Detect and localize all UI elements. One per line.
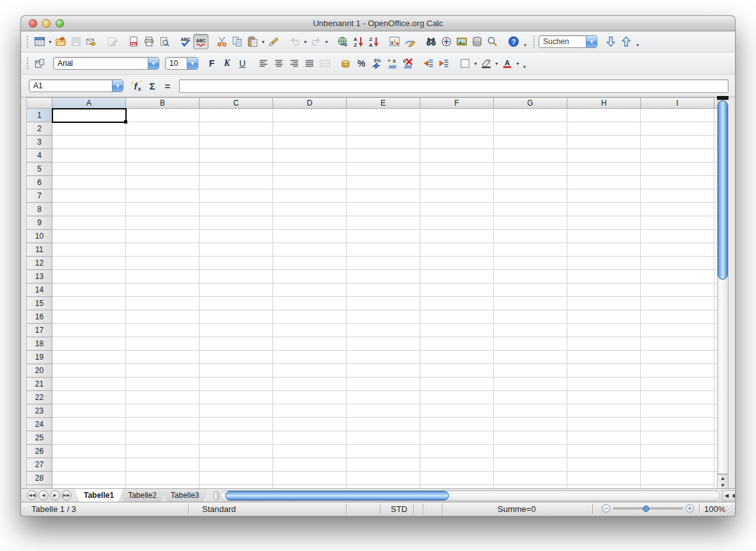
column-header-F[interactable]: F [420, 97, 494, 109]
cell-H25[interactable] [567, 431, 641, 445]
cell-E20[interactable] [347, 364, 420, 378]
row-header-28[interactable]: 28 [26, 472, 52, 485]
column-header-B[interactable]: B [126, 97, 200, 109]
cell-D16[interactable] [273, 310, 347, 324]
cell-D27[interactable] [273, 458, 347, 472]
cell-F21[interactable] [420, 378, 494, 391]
cell-E6[interactable] [347, 176, 420, 189]
cell-H18[interactable] [567, 337, 641, 351]
cell-H4[interactable] [567, 149, 641, 163]
zoom-in-button[interactable]: + [686, 504, 694, 513]
cell-I9[interactable] [641, 216, 714, 230]
row-header-25[interactable]: 25 [26, 431, 52, 445]
open-button[interactable] [53, 34, 68, 49]
format-paintbrush-button[interactable] [266, 34, 281, 49]
cell-I16[interactable] [641, 310, 714, 324]
cell-C18[interactable] [200, 337, 273, 351]
sheet-tab-tabelle3[interactable]: Tabelle3 [162, 489, 209, 502]
cell-H17[interactable] [567, 324, 641, 337]
cell-D22[interactable] [273, 391, 347, 404]
cell-C22[interactable] [200, 391, 273, 404]
cell-A9[interactable] [52, 216, 126, 230]
cell-I26[interactable] [641, 445, 714, 458]
cell-I13[interactable] [641, 270, 714, 283]
formatting-toolbar-overflow-button[interactable]: ▾ [521, 56, 528, 71]
cell-B28[interactable] [126, 472, 200, 485]
paste-dropdown[interactable]: ▼ [260, 40, 266, 44]
cell-E12[interactable] [347, 257, 420, 270]
cell-H27[interactable] [567, 458, 641, 472]
font-name-combobox[interactable]: Arial ▼ [53, 57, 159, 70]
cell-H8[interactable] [567, 203, 641, 216]
cell-A20[interactable] [52, 364, 126, 378]
cell-F8[interactable] [420, 203, 494, 216]
cell-A10[interactable] [52, 230, 126, 243]
email-button[interactable] [84, 34, 99, 49]
cell-H22[interactable] [567, 391, 641, 404]
cell-B17[interactable] [126, 324, 200, 337]
navigator-button[interactable] [439, 34, 454, 49]
cell-B4[interactable] [126, 149, 200, 163]
last-sheet-button[interactable]: ▶▶ [61, 490, 72, 500]
cell-D6[interactable] [273, 176, 347, 189]
cell-C24[interactable] [200, 418, 273, 431]
cell-I6[interactable] [641, 176, 714, 189]
cell-G2[interactable] [494, 122, 567, 136]
cell-B12[interactable] [126, 257, 200, 270]
cell-C28[interactable] [200, 472, 273, 485]
cell-C10[interactable] [200, 230, 273, 243]
row-header-19[interactable]: 19 [26, 351, 52, 364]
column-header-I[interactable]: I [641, 97, 714, 109]
cell-D5[interactable] [273, 163, 347, 176]
background-color-button[interactable] [478, 56, 494, 71]
cell-H6[interactable] [567, 176, 641, 189]
cell-E24[interactable] [347, 418, 420, 431]
cell-I2[interactable] [641, 122, 714, 136]
vertical-scrollbar-thumb[interactable] [718, 100, 728, 280]
new-document-dropdown[interactable]: ▼ [47, 40, 53, 44]
cell-D1[interactable] [273, 109, 347, 122]
row-header-12[interactable]: 12 [26, 257, 52, 270]
cell-I12[interactable] [641, 257, 714, 270]
cell-E11[interactable] [347, 243, 420, 257]
cell-I17[interactable] [641, 324, 714, 337]
cell-F9[interactable] [420, 216, 494, 230]
cell-F17[interactable] [420, 324, 494, 337]
sum-button[interactable]: Σ [145, 78, 160, 93]
increase-indent-button[interactable] [436, 56, 452, 71]
cell-C5[interactable] [200, 163, 273, 176]
cell-G15[interactable] [494, 297, 567, 310]
column-header-E[interactable]: E [347, 97, 420, 109]
tab-scrollbar-splitter[interactable] [214, 491, 219, 500]
cell-F26[interactable] [420, 445, 494, 458]
cell-E18[interactable] [347, 337, 420, 351]
cell-A4[interactable] [52, 149, 126, 163]
row-header-16[interactable]: 16 [26, 310, 52, 324]
cell-F14[interactable] [420, 283, 494, 297]
row-header-20[interactable]: 20 [26, 364, 52, 378]
cell-B16[interactable] [126, 310, 200, 324]
horizontal-scrollbar-thumb[interactable] [225, 491, 449, 500]
cell-G14[interactable] [494, 283, 567, 297]
cell-G6[interactable] [494, 176, 567, 189]
percent-format-button[interactable]: % [354, 56, 369, 71]
cell-G17[interactable] [494, 324, 567, 337]
cell-A27[interactable] [52, 458, 126, 472]
cell-D9[interactable] [273, 216, 347, 230]
cell-I24[interactable] [641, 418, 714, 431]
row-header-26[interactable]: 26 [26, 445, 52, 458]
edit-file-button[interactable] [105, 34, 120, 49]
draw-functions-button[interactable] [402, 34, 418, 49]
cell-G20[interactable] [494, 364, 567, 378]
cell-B21[interactable] [126, 378, 200, 391]
cell-H16[interactable] [567, 310, 641, 324]
column-header-C[interactable]: C [200, 97, 273, 109]
cell-H23[interactable] [567, 404, 641, 418]
merge-cells-button[interactable] [317, 56, 333, 71]
data-sources-button[interactable] [469, 34, 485, 49]
column-header-H[interactable]: H [567, 97, 641, 109]
cell-A11[interactable] [52, 243, 126, 257]
cell-C25[interactable] [200, 431, 273, 445]
row-header-27[interactable]: 27 [26, 458, 52, 472]
cell-F15[interactable] [420, 297, 494, 310]
